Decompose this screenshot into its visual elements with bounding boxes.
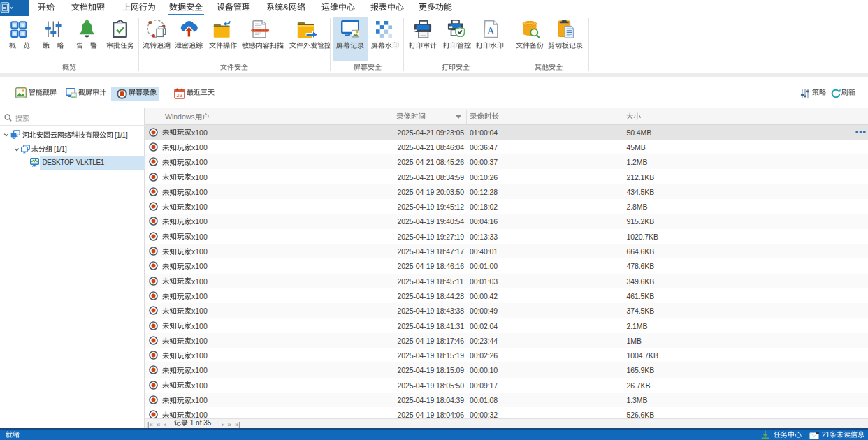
svg-text:A: A [486,24,495,36]
svg-text:23: 23 [177,92,182,98]
